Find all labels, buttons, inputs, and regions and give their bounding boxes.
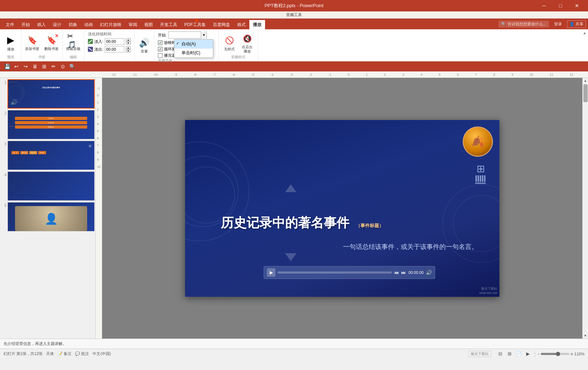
undo-button[interactable]: ↩ — [12, 62, 21, 70]
redo-button[interactable]: ↪ — [21, 62, 30, 70]
loop-checkbox[interactable]: ✓ — [158, 47, 163, 51]
tab-pdf[interactable]: PDF工具集 — [181, 20, 209, 29]
maximize-button[interactable]: □ — [552, 0, 569, 11]
search-qat-button[interactable]: 🔍 — [68, 62, 76, 70]
tab-view[interactable]: 视图 — [141, 20, 156, 29]
view-reading-button[interactable]: 📄 — [515, 350, 523, 358]
deco-image: 🍂 — [463, 126, 493, 157]
search-placeholder: 告诉我您想要做什么... — [508, 21, 546, 27]
audio-options-group: 开始: ▼ ✓ 放映时隐藏 ✓ 循环播放，直到停止 播完返回开头 音频选项 — [154, 30, 219, 60]
fade-in-down[interactable]: ▼ — [126, 41, 131, 45]
view-slide-sorter-button[interactable]: ⊞ — [505, 350, 513, 358]
slide-preview-1: 历史记录中的著名事件 🔊 — [8, 79, 95, 109]
start-dropdown-arrow[interactable]: ▼ — [201, 31, 206, 39]
tab-baidu[interactable]: 百度网盘 — [209, 20, 234, 29]
slide-thumb-2[interactable]: 2 公司简介 产品介绍 案例内容 ← — [1, 110, 95, 139]
horizontal-ruler: -12-11-10-9-8-7-6-5-4-3-2-10123456789101… — [0, 71, 588, 78]
player-back-button[interactable]: ⏮ — [394, 270, 399, 275]
player-play-button[interactable]: ▶ — [267, 268, 275, 277]
tab-slideshow[interactable]: 幻灯片放映 — [96, 20, 125, 29]
click-option[interactable]: 单击时(C) — [174, 49, 213, 58]
login-button[interactable]: 登录 — [551, 21, 565, 28]
fade-in-input[interactable] — [105, 38, 124, 45]
tab-design[interactable]: 设计 — [49, 20, 65, 29]
collapse-ribbon-button[interactable]: ▲ — [582, 30, 587, 36]
zoom-out-button[interactable]: - — [538, 351, 540, 357]
play-label: 播放 — [7, 47, 14, 52]
no-style-button[interactable]: 🚫 无样式 — [221, 33, 237, 52]
auto-option[interactable]: ✓ 自动(A) — [174, 40, 213, 49]
add-bookmark-button[interactable]: 🔖 添加书签 — [24, 34, 41, 52]
view-slideshow-button[interactable]: ▶ — [524, 350, 532, 358]
scroll-thumb[interactable] — [583, 84, 588, 102]
comments-button[interactable]: 💬 批注 — [75, 351, 89, 356]
save-qat-button[interactable]: 💾 — [3, 62, 11, 70]
slide-thumb-1[interactable]: 1 历史记录中的著名事件 🔊 — [1, 79, 95, 109]
hide-checkbox[interactable]: ✓ — [158, 40, 163, 45]
tab-transition[interactable]: 切换 — [65, 20, 81, 29]
fade-in-up[interactable]: ▲ — [126, 38, 131, 41]
background-play-button[interactable]: 🔇 在后台播放 — [239, 31, 255, 54]
share-icon: 👤 — [569, 22, 574, 26]
laser-qat-button[interactable]: ⊙ — [59, 62, 67, 70]
view-normal-button[interactable]: ⊟ — [496, 350, 504, 358]
slide-preview-5: 👤 — [8, 202, 95, 231]
comments-icon: 💬 — [75, 351, 80, 356]
search-bar[interactable]: 🔍 告诉我您想要做什么... — [498, 21, 549, 28]
annotate-qat-button[interactable]: ✏ — [49, 62, 58, 70]
trim-audio-button[interactable]: ✂🎵 剪裁音频 — [65, 34, 82, 52]
theme-name: 天体 — [46, 351, 54, 356]
slide-num-2: 2 — [1, 110, 6, 115]
fade-out-icon — [88, 47, 93, 52]
player-volume-button[interactable]: 🔊 — [426, 270, 432, 275]
tab-home[interactable]: 开始 — [18, 20, 34, 29]
audio-opts-title: 音频选项 — [158, 58, 215, 63]
player-forward-button[interactable]: ⏭ — [401, 270, 406, 275]
zoom-in-button[interactable]: + — [570, 351, 573, 357]
remove-bookmark-button[interactable]: 🔖 ✕ 删除书签 — [43, 34, 60, 52]
notes-icon: 📝 — [58, 351, 63, 356]
audio-player-bar[interactable]: ▶ ⏮ ⏭ 00:00.00 🔊 — [264, 266, 435, 279]
brand-logo: 极光下载站 — [468, 351, 491, 357]
tab-review[interactable]: 审阅 — [125, 20, 141, 29]
tab-file[interactable]: 文件 — [2, 20, 18, 29]
rewind-checkbox[interactable] — [158, 53, 163, 58]
close-button[interactable]: ✕ — [569, 0, 585, 11]
start-input[interactable] — [169, 32, 201, 38]
fade-out-up[interactable]: ▲ — [126, 46, 131, 49]
right-scrollbar[interactable]: ▲ ▼ — [582, 78, 588, 339]
slide-preview-4 — [8, 171, 95, 201]
audio-style-title: 音频样式 — [231, 55, 245, 60]
play-button[interactable]: ▶ 播放 — [3, 33, 19, 52]
scroll-up-button[interactable]: ▲ — [583, 78, 588, 84]
tab-animation[interactable]: 动画 — [81, 20, 96, 29]
slide-thumb-3[interactable]: 3 ⊞ 第一步 第二步 第三步 第四步 — [1, 141, 95, 170]
fade-title: 淡化持续时间 — [88, 31, 111, 37]
tab-playback[interactable]: 播放 — [249, 20, 265, 29]
minimize-button[interactable]: ─ — [536, 0, 552, 11]
scroll-down-button[interactable]: ▼ — [583, 333, 588, 339]
bookmark-group-title: 书签 — [38, 55, 45, 60]
share-button[interactable]: 👤 共享 — [567, 20, 586, 28]
view-qat-button[interactable]: 🖥 — [31, 62, 39, 70]
fade-out-label: 淡出: — [94, 47, 103, 52]
tab-format[interactable]: 格式 — [234, 20, 249, 29]
tab-developer[interactable]: 开发工具 — [156, 20, 181, 29]
slide-thumb-4[interactable]: 4 — [1, 171, 95, 201]
volume-group: 🔊 音量 — [135, 30, 154, 60]
start-label: 开始: — [158, 32, 167, 38]
slide-num-5: 5 — [1, 202, 6, 208]
tab-insert[interactable]: 插入 — [34, 20, 49, 29]
notes-button[interactable]: 📝 备注 — [58, 351, 71, 356]
slide-thumb-5[interactable]: 5 👤 — [1, 202, 95, 231]
slide-panel: 1 历史记录中的著名事件 🔊 2 公司简介 产品介绍 案例内容 ← — [0, 78, 96, 339]
fade-out-input[interactable] — [105, 46, 124, 52]
slide-num-3: 3 — [1, 141, 6, 146]
volume-button[interactable]: 🔊 音量 — [138, 36, 151, 55]
fade-out-down[interactable]: ▼ — [126, 49, 131, 52]
player-progress-bar[interactable] — [278, 271, 392, 274]
slide-canvas[interactable]: 🍂 ⊞ — [185, 120, 499, 297]
zoom-slider[interactable] — [541, 353, 569, 355]
column-icon: ⊞ — [475, 163, 486, 184]
fit-qat-button[interactable]: ⊞ — [40, 62, 49, 70]
